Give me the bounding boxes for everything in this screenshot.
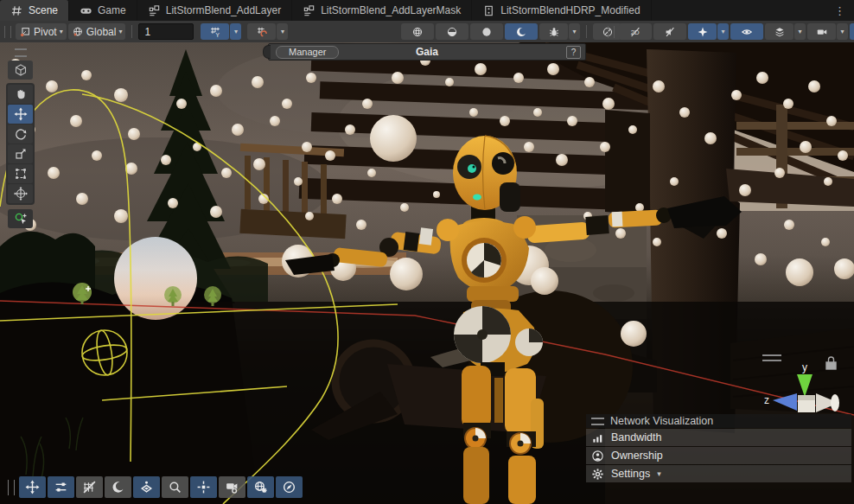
tab-litstormblend-addlayermask[interactable]: LitStormBlend_AddLayerMask	[292, 0, 472, 21]
gizmos-toggle[interactable]	[850, 23, 854, 40]
tab-litstormblend-addlayer[interactable]: LitStormBlend_AddLayer	[137, 0, 292, 21]
camera-capture-button[interactable]	[219, 476, 245, 498]
toolbar-drag-handle[interactable]	[8, 480, 15, 495]
hand-tool-button[interactable]	[8, 85, 33, 104]
lighting-toggle-button[interactable]	[470, 23, 503, 40]
settings-sliders-button[interactable]	[48, 476, 74, 498]
layers-caret[interactable]: ▾	[794, 23, 806, 40]
settings-row[interactable]: Settings ▾	[586, 465, 851, 482]
terrain-stamp-button[interactable]	[133, 476, 160, 498]
grid-slash-icon	[82, 480, 97, 494]
lock-icon[interactable]	[826, 357, 836, 369]
grid-size-input[interactable]	[138, 23, 194, 40]
globe-gear-icon	[253, 480, 268, 494]
tab-bar: Scene Game LitStormBlend_AddLayer	[0, 0, 854, 22]
magnifier-icon	[168, 480, 182, 494]
tab-overflow-menu-button[interactable]: ⋮	[825, 0, 854, 21]
z-axis-cone[interactable]	[773, 393, 797, 411]
grid-snap-icon	[256, 26, 268, 38]
tab-label: Game	[98, 4, 126, 16]
pivot-dropdown[interactable]: Pivot ▾	[16, 23, 67, 40]
scene-viewport[interactable]: Manager Gaia ?	[0, 42, 854, 504]
draw-mode-shaded-wire-button[interactable]	[436, 23, 468, 40]
z-axis-label[interactable]: z	[764, 394, 769, 406]
gaia-overlay-bar: Manager Gaia ?	[268, 43, 586, 61]
effects-caret[interactable]: ▾	[717, 23, 729, 40]
crescent-moon-icon	[515, 26, 527, 38]
view-cube-tool-button[interactable]	[8, 61, 33, 80]
grid-visibility-toggle[interactable]: Y	[201, 23, 229, 40]
camera-eye-icon	[225, 480, 239, 494]
svg-text:Y: Y	[215, 31, 220, 37]
grid-axis-icon: Y	[209, 26, 221, 38]
scale-tool-button[interactable]	[8, 144, 33, 163]
scene-grid-icon	[10, 4, 23, 17]
toolbar-drag-handle[interactable]	[608, 26, 615, 38]
night-mode-button[interactable]	[105, 476, 131, 498]
bandwidth-row[interactable]: Bandwidth	[586, 429, 851, 446]
settings-label: Settings	[611, 468, 650, 480]
tab-label: Scene	[29, 4, 58, 16]
ownership-label: Ownership	[611, 450, 663, 462]
tab-label: LitStormBlend_AddLayer	[166, 4, 281, 16]
grid-toggle-button[interactable]	[76, 476, 103, 498]
pivot-icon	[19, 26, 31, 38]
y-axis-label[interactable]: y	[802, 361, 807, 373]
camera-settings-caret[interactable]: ▾	[837, 23, 848, 40]
layers-icon	[774, 26, 786, 38]
move-tool-button[interactable]	[8, 105, 33, 124]
move-mode-button[interactable]	[19, 476, 46, 498]
half-sphere-icon	[446, 26, 458, 38]
chevron-down-icon: ▾	[60, 29, 63, 35]
snap-options-caret[interactable]: ▾	[277, 23, 288, 40]
axis-orientation-gizmo[interactable]: y z	[757, 347, 854, 421]
rotate-tool-button[interactable]	[8, 124, 33, 144]
grid-options-caret[interactable]: ▾	[230, 23, 241, 40]
gaia-bottom-toolbar	[5, 476, 303, 498]
snap-to-target-button[interactable]	[190, 476, 217, 498]
scene-view-toolbar: Pivot ▾ Global ▾	[0, 21, 854, 43]
skybox-toggle-button[interactable]	[505, 23, 538, 40]
toolbar-drag-handle[interactable]	[4, 26, 11, 38]
tools-drag-handle[interactable]	[15, 48, 27, 57]
scene-visibility-toggle[interactable]	[730, 23, 763, 40]
draw-mode-wireframe-button[interactable]	[401, 23, 434, 40]
custom-tool-button[interactable]	[8, 209, 33, 228]
sliders-icon	[54, 480, 68, 494]
debug-filter-caret[interactable]: ▾	[569, 23, 580, 40]
toolbar-divider	[586, 25, 587, 38]
gamepad-icon	[80, 4, 92, 17]
debug-filter-button[interactable]	[539, 23, 568, 40]
tab-game[interactable]: Game	[69, 0, 137, 21]
panel-drag-handle[interactable]	[591, 418, 604, 425]
chevron-down-icon: ▾	[281, 29, 284, 35]
audio-mute-toggle[interactable]	[653, 23, 686, 40]
orientation-label: Global	[86, 26, 117, 38]
transform-combo-icon	[14, 187, 28, 201]
2d-mode-toggle[interactable]: 2D	[619, 23, 652, 40]
layers-dropdown[interactable]	[765, 23, 793, 40]
unity-editor-window: Scene Game LitStormBlend_AddLayer	[0, 0, 854, 504]
tab-scene[interactable]: Scene	[0, 0, 69, 21]
camera-settings-button[interactable]	[807, 23, 836, 40]
tab-label: LitStormBlend_AddLayerMask	[321, 4, 461, 16]
y-axis-cone[interactable]	[797, 374, 813, 397]
navigation-compass-button[interactable]	[276, 476, 303, 498]
overlay-title: Gaia	[269, 46, 585, 58]
world-settings-button[interactable]	[247, 476, 274, 498]
toolbar-group-right: 2D ▾	[605, 22, 854, 41]
network-visualization-panel: Network Visualization Bandwidth Ownershi…	[586, 414, 851, 482]
material-icon	[482, 4, 495, 17]
transform-tool-button[interactable]	[8, 184, 33, 203]
bar-chart-icon	[591, 431, 604, 444]
tab-litstormblendhdrp-modified[interactable]: LitStormBlendHDRP_Modified	[472, 0, 651, 21]
snap-settings-button[interactable]	[247, 23, 276, 40]
sparkle-icon	[697, 26, 709, 38]
help-button[interactable]: ?	[566, 46, 581, 59]
ownership-row[interactable]: Ownership	[586, 447, 851, 464]
effects-toggle[interactable]	[688, 23, 717, 40]
rect-tool-button[interactable]	[8, 164, 33, 183]
orientation-dropdown[interactable]: Global ▾	[68, 23, 126, 40]
search-button[interactable]	[162, 476, 188, 498]
gizmo-drag-handle[interactable]	[762, 355, 781, 360]
